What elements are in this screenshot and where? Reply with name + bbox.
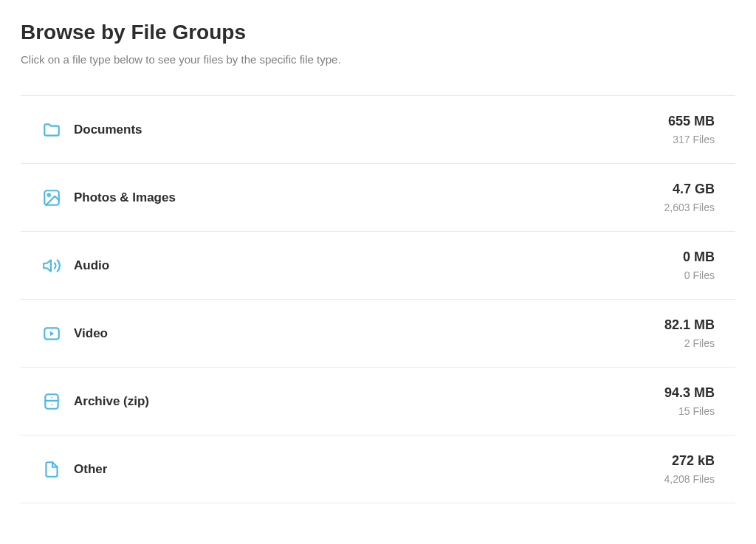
group-label: Video — [74, 326, 664, 341]
file-group-audio[interactable]: Audio 0 MB 0 Files — [21, 232, 735, 300]
group-count: 317 Files — [668, 134, 715, 145]
group-size: 272 kB — [664, 453, 715, 469]
audio-icon — [41, 255, 62, 276]
page-subtitle: Click on a file type below to see your f… — [21, 53, 735, 66]
file-groups-panel: Browse by File Groups Click on a file ty… — [21, 21, 735, 503]
group-stats: 82.1 MB 2 Files — [664, 317, 735, 349]
folder-icon — [41, 120, 62, 140]
group-size: 94.3 MB — [664, 385, 715, 401]
file-groups-list: Documents 655 MB 317 Files Photos & Imag… — [21, 95, 735, 503]
file-group-photos[interactable]: Photos & Images 4.7 GB 2,603 Files — [21, 164, 735, 232]
file-group-archive[interactable]: Archive (zip) 94.3 MB 15 Files — [21, 368, 735, 435]
group-count: 2,603 Files — [664, 202, 715, 213]
group-stats: 0 MB 0 Files — [683, 249, 735, 281]
group-label: Documents — [74, 123, 668, 137]
group-stats: 4.7 GB 2,603 Files — [664, 182, 735, 213]
svg-point-6 — [51, 404, 52, 405]
group-stats: 272 kB 4,208 Files — [664, 453, 735, 485]
svg-point-5 — [51, 396, 52, 398]
group-size: 82.1 MB — [664, 317, 715, 333]
file-group-video[interactable]: Video 82.1 MB 2 Files — [21, 300, 735, 368]
group-stats: 655 MB 317 Files — [668, 114, 735, 145]
group-count: 15 Files — [664, 405, 715, 417]
svg-point-1 — [48, 193, 50, 196]
image-icon — [41, 187, 62, 208]
group-count: 2 Files — [664, 337, 715, 349]
group-size: 0 MB — [683, 249, 715, 265]
group-label: Archive (zip) — [74, 394, 664, 409]
group-label: Other — [74, 462, 664, 477]
group-count: 4,208 Files — [664, 473, 715, 485]
group-label: Audio — [74, 258, 683, 273]
group-stats: 94.3 MB 15 Files — [664, 385, 735, 417]
group-size: 655 MB — [668, 114, 715, 129]
group-label: Photos & Images — [74, 190, 664, 205]
group-count: 0 Files — [683, 269, 715, 281]
file-group-other[interactable]: Other 272 kB 4,208 Files — [21, 435, 735, 503]
group-size: 4.7 GB — [664, 182, 715, 197]
file-icon — [41, 459, 62, 480]
page-title: Browse by File Groups — [21, 21, 735, 44]
video-icon — [41, 323, 62, 344]
file-group-documents[interactable]: Documents 655 MB 317 Files — [21, 96, 735, 164]
archive-icon — [41, 391, 62, 412]
